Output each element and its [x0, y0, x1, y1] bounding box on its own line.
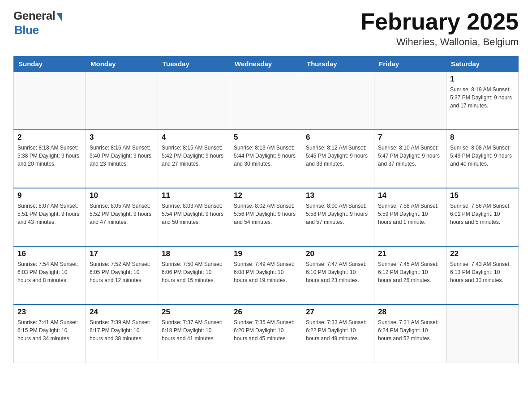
- day-info: Sunrise: 7:37 AM Sunset: 6:18 PM Dayligh…: [162, 318, 226, 342]
- day-number: 20: [306, 249, 370, 258]
- calendar-week-row: 9Sunrise: 8:07 AM Sunset: 5:51 PM Daylig…: [14, 188, 519, 246]
- calendar-cell: 8Sunrise: 8:08 AM Sunset: 5:49 PM Daylig…: [446, 130, 519, 188]
- calendar-cell: 15Sunrise: 7:56 AM Sunset: 6:01 PM Dayli…: [446, 188, 519, 246]
- calendar-week-row: 2Sunrise: 8:18 AM Sunset: 5:38 PM Daylig…: [14, 130, 519, 188]
- calendar-week-row: 23Sunrise: 7:41 AM Sunset: 6:15 PM Dayli…: [14, 304, 519, 363]
- calendar-header-thursday: Thursday: [302, 56, 374, 72]
- calendar-cell: 12Sunrise: 8:02 AM Sunset: 5:56 PM Dayli…: [230, 188, 302, 246]
- logo-general-text: General: [13, 9, 55, 23]
- day-info: Sunrise: 7:45 AM Sunset: 6:12 PM Dayligh…: [378, 260, 442, 284]
- day-number: 9: [17, 191, 82, 200]
- day-number: 2: [17, 133, 82, 142]
- day-info: Sunrise: 7:58 AM Sunset: 5:59 PM Dayligh…: [378, 202, 442, 226]
- logo: General Blue: [13, 9, 62, 37]
- calendar-week-row: 16Sunrise: 7:54 AM Sunset: 6:03 PM Dayli…: [14, 246, 519, 304]
- calendar-cell: 17Sunrise: 7:52 AM Sunset: 6:05 PM Dayli…: [86, 246, 158, 304]
- calendar-cell: 26Sunrise: 7:35 AM Sunset: 6:20 PM Dayli…: [230, 304, 302, 363]
- calendar-cell: 4Sunrise: 8:15 AM Sunset: 5:42 PM Daylig…: [158, 130, 230, 188]
- day-info: Sunrise: 8:02 AM Sunset: 5:56 PM Dayligh…: [234, 202, 298, 226]
- day-info: Sunrise: 7:49 AM Sunset: 6:08 PM Dayligh…: [234, 260, 298, 284]
- calendar-cell: [158, 72, 230, 130]
- month-title: February 2025: [360, 9, 519, 34]
- calendar-cell: 13Sunrise: 8:00 AM Sunset: 5:58 PM Dayli…: [302, 188, 374, 246]
- calendar-cell: 28Sunrise: 7:31 AM Sunset: 6:24 PM Dayli…: [374, 304, 446, 363]
- calendar-cell: 7Sunrise: 8:10 AM Sunset: 5:47 PM Daylig…: [374, 130, 446, 188]
- day-info: Sunrise: 7:50 AM Sunset: 6:06 PM Dayligh…: [162, 260, 226, 284]
- location-subtitle: Wiheries, Wallonia, Belgium: [360, 36, 519, 48]
- calendar-table: SundayMondayTuesdayWednesdayThursdayFrid…: [13, 56, 519, 363]
- day-number: 18: [162, 249, 226, 258]
- calendar-cell: 1Sunrise: 8:19 AM Sunset: 5:37 PM Daylig…: [446, 72, 519, 130]
- day-number: 12: [234, 191, 298, 200]
- day-number: 8: [450, 133, 515, 142]
- calendar-header-saturday: Saturday: [446, 56, 519, 72]
- day-number: 24: [90, 308, 154, 317]
- calendar-cell: 14Sunrise: 7:58 AM Sunset: 5:59 PM Dayli…: [374, 188, 446, 246]
- calendar-week-row: 1Sunrise: 8:19 AM Sunset: 5:37 PM Daylig…: [14, 72, 519, 130]
- calendar-header-friday: Friday: [374, 56, 446, 72]
- day-info: Sunrise: 8:08 AM Sunset: 5:49 PM Dayligh…: [450, 144, 515, 168]
- page-header: General Blue February 2025 Wiheries, Wal…: [13, 9, 519, 48]
- day-info: Sunrise: 8:19 AM Sunset: 5:37 PM Dayligh…: [450, 86, 515, 110]
- calendar-header-row: SundayMondayTuesdayWednesdayThursdayFrid…: [14, 56, 519, 72]
- day-number: 19: [234, 249, 298, 258]
- calendar-cell: 24Sunrise: 7:39 AM Sunset: 6:17 PM Dayli…: [86, 304, 158, 363]
- day-info: Sunrise: 7:47 AM Sunset: 6:10 PM Dayligh…: [306, 260, 370, 284]
- calendar-cell: 27Sunrise: 7:33 AM Sunset: 6:22 PM Dayli…: [302, 304, 374, 363]
- day-info: Sunrise: 8:10 AM Sunset: 5:47 PM Dayligh…: [378, 144, 442, 168]
- calendar-header-tuesday: Tuesday: [158, 56, 230, 72]
- calendar-cell: 10Sunrise: 8:05 AM Sunset: 5:52 PM Dayli…: [86, 188, 158, 246]
- day-info: Sunrise: 8:07 AM Sunset: 5:51 PM Dayligh…: [17, 202, 82, 226]
- day-number: 26: [234, 308, 298, 317]
- calendar-cell: [86, 72, 158, 130]
- day-number: 1: [450, 75, 515, 84]
- day-info: Sunrise: 8:03 AM Sunset: 5:54 PM Dayligh…: [162, 202, 226, 226]
- day-info: Sunrise: 7:35 AM Sunset: 6:20 PM Dayligh…: [234, 318, 298, 342]
- calendar-cell: 5Sunrise: 8:13 AM Sunset: 5:44 PM Daylig…: [230, 130, 302, 188]
- day-number: 6: [306, 133, 370, 142]
- calendar-cell: 19Sunrise: 7:49 AM Sunset: 6:08 PM Dayli…: [230, 246, 302, 304]
- day-info: Sunrise: 7:43 AM Sunset: 6:13 PM Dayligh…: [450, 260, 515, 284]
- day-number: 10: [90, 191, 154, 200]
- calendar-cell: 6Sunrise: 8:12 AM Sunset: 5:45 PM Daylig…: [302, 130, 374, 188]
- calendar-cell: 22Sunrise: 7:43 AM Sunset: 6:13 PM Dayli…: [446, 246, 519, 304]
- day-number: 28: [378, 308, 442, 317]
- calendar-header-sunday: Sunday: [14, 56, 86, 72]
- calendar-cell: [374, 72, 446, 130]
- day-info: Sunrise: 7:33 AM Sunset: 6:22 PM Dayligh…: [306, 318, 370, 342]
- calendar-cell: 11Sunrise: 8:03 AM Sunset: 5:54 PM Dayli…: [158, 188, 230, 246]
- calendar-cell: 18Sunrise: 7:50 AM Sunset: 6:06 PM Dayli…: [158, 246, 230, 304]
- calendar-header-monday: Monday: [86, 56, 158, 72]
- calendar-cell: [446, 304, 519, 363]
- calendar-cell: 25Sunrise: 7:37 AM Sunset: 6:18 PM Dayli…: [158, 304, 230, 363]
- day-number: 23: [17, 308, 82, 317]
- day-number: 14: [378, 191, 442, 200]
- day-info: Sunrise: 8:18 AM Sunset: 5:38 PM Dayligh…: [17, 144, 82, 168]
- calendar-cell: 23Sunrise: 7:41 AM Sunset: 6:15 PM Dayli…: [14, 304, 86, 363]
- day-number: 27: [306, 308, 370, 317]
- day-number: 25: [162, 308, 226, 317]
- day-info: Sunrise: 8:12 AM Sunset: 5:45 PM Dayligh…: [306, 144, 370, 168]
- calendar-cell: [230, 72, 302, 130]
- day-info: Sunrise: 7:41 AM Sunset: 6:15 PM Dayligh…: [17, 318, 82, 342]
- day-number: 16: [17, 249, 82, 258]
- day-info: Sunrise: 8:13 AM Sunset: 5:44 PM Dayligh…: [234, 144, 298, 168]
- calendar-cell: [14, 72, 86, 130]
- day-number: 22: [450, 249, 515, 258]
- day-info: Sunrise: 7:54 AM Sunset: 6:03 PM Dayligh…: [17, 260, 82, 284]
- logo-blue-text: Blue: [14, 23, 39, 37]
- day-number: 3: [90, 133, 154, 142]
- day-info: Sunrise: 8:15 AM Sunset: 5:42 PM Dayligh…: [162, 144, 226, 168]
- day-number: 11: [162, 191, 226, 200]
- day-number: 15: [450, 191, 515, 200]
- day-number: 7: [378, 133, 442, 142]
- calendar-cell: 3Sunrise: 8:16 AM Sunset: 5:40 PM Daylig…: [86, 130, 158, 188]
- day-number: 17: [90, 249, 154, 258]
- day-info: Sunrise: 7:52 AM Sunset: 6:05 PM Dayligh…: [90, 260, 154, 284]
- day-info: Sunrise: 7:39 AM Sunset: 6:17 PM Dayligh…: [90, 318, 154, 342]
- calendar-cell: [302, 72, 374, 130]
- day-info: Sunrise: 7:56 AM Sunset: 6:01 PM Dayligh…: [450, 202, 515, 226]
- day-info: Sunrise: 8:00 AM Sunset: 5:58 PM Dayligh…: [306, 202, 370, 226]
- day-info: Sunrise: 8:05 AM Sunset: 5:52 PM Dayligh…: [90, 202, 154, 226]
- day-info: Sunrise: 8:16 AM Sunset: 5:40 PM Dayligh…: [90, 144, 154, 168]
